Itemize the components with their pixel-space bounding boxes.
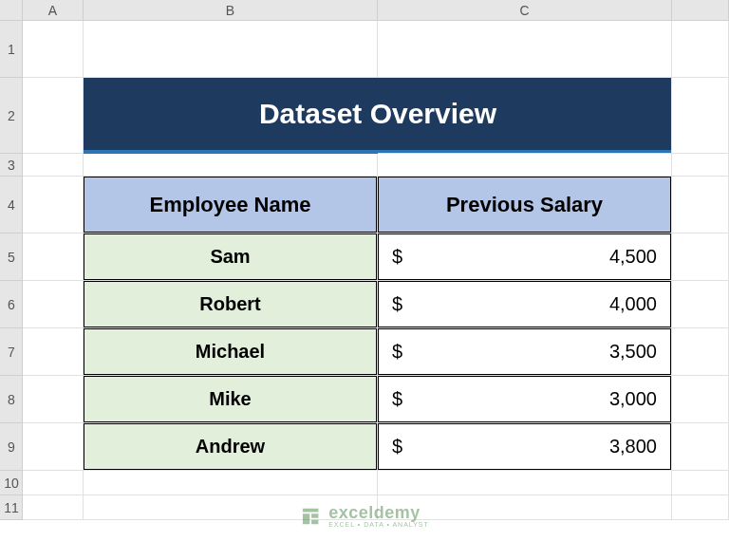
cell-c2[interactable] xyxy=(378,78,672,154)
row-header-7[interactable]: 7 xyxy=(0,328,23,376)
cell-rest-5 xyxy=(672,233,729,281)
cell-c6[interactable]: $ 4,000 xyxy=(378,281,672,328)
row-header-2[interactable]: 2 xyxy=(0,78,23,154)
salary-cell: $ 3,500 xyxy=(378,328,671,375)
cell-b6[interactable]: Robert xyxy=(84,281,378,328)
cell-a3[interactable] xyxy=(23,154,84,177)
salary-amount: 4,000 xyxy=(609,293,657,315)
cell-rest-9 xyxy=(672,423,729,471)
cell-a11[interactable] xyxy=(23,495,84,520)
cell-b2[interactable]: Dataset Overview xyxy=(84,78,378,154)
cell-b4[interactable]: Employee Name xyxy=(84,177,378,233)
cell-a6[interactable] xyxy=(23,281,84,328)
row-header-10[interactable]: 10 xyxy=(0,471,23,495)
cell-rest-1 xyxy=(672,21,729,78)
row-header-1[interactable]: 1 xyxy=(0,21,23,78)
cell-c4[interactable]: Previous Salary xyxy=(378,177,672,233)
cell-a5[interactable] xyxy=(23,233,84,281)
cell-rest-7 xyxy=(672,328,729,376)
watermark: exceldemy EXCEL • DATA • ANALYST xyxy=(300,504,429,528)
row-headers: 1 2 3 4 5 6 7 8 9 10 11 xyxy=(0,21,23,520)
cell-b1[interactable] xyxy=(84,21,378,78)
row-header-6[interactable]: 6 xyxy=(0,281,23,328)
column-headers: A B C xyxy=(23,0,729,21)
cell-a9[interactable] xyxy=(23,423,84,471)
cell-a10[interactable] xyxy=(23,471,84,495)
cell-c8[interactable]: $ 3,000 xyxy=(378,376,672,423)
col-header-rest xyxy=(672,0,729,21)
employee-name: Robert xyxy=(84,281,377,327)
employee-name: Mike xyxy=(84,376,377,422)
cell-c9[interactable]: $ 3,800 xyxy=(378,423,672,471)
cell-b7[interactable]: Michael xyxy=(84,328,378,376)
watermark-subtext: EXCEL • DATA • ANALYST xyxy=(328,521,429,528)
employee-name: Sam xyxy=(84,233,377,280)
currency-symbol: $ xyxy=(392,436,402,457)
cell-b8[interactable]: Mike xyxy=(84,376,378,423)
row-header-9[interactable]: 9 xyxy=(0,423,23,471)
cell-c5[interactable]: $ 4,500 xyxy=(378,233,672,281)
col-header-c[interactable]: C xyxy=(378,0,672,21)
cell-b10[interactable] xyxy=(84,471,378,495)
employee-name: Michael xyxy=(84,328,377,375)
salary-cell: $ 4,500 xyxy=(378,233,671,280)
col-header-a[interactable]: A xyxy=(23,0,84,21)
table-header-name: Employee Name xyxy=(84,177,377,233)
salary-amount: 3,800 xyxy=(609,436,657,457)
grid-area: Dataset Overview Employee Name Previous … xyxy=(23,21,729,560)
table-header-salary: Previous Salary xyxy=(378,177,671,233)
cell-a1[interactable] xyxy=(23,21,84,78)
select-all-corner[interactable] xyxy=(0,0,23,21)
salary-cell: $ 3,800 xyxy=(378,423,671,470)
row-header-4[interactable]: 4 xyxy=(0,177,23,233)
cell-b5[interactable]: Sam xyxy=(84,233,378,281)
currency-symbol: $ xyxy=(392,388,402,410)
cell-rest-8 xyxy=(672,376,729,423)
salary-amount: 4,500 xyxy=(609,246,657,268)
cell-c1[interactable] xyxy=(378,21,672,78)
col-header-b[interactable]: B xyxy=(84,0,378,21)
salary-amount: 3,000 xyxy=(609,388,657,410)
salary-amount: 3,500 xyxy=(609,341,657,363)
cell-rest-2 xyxy=(672,78,729,154)
salary-cell: $ 3,000 xyxy=(378,376,671,422)
cell-rest-4 xyxy=(672,177,729,233)
row-header-5[interactable]: 5 xyxy=(0,233,23,281)
watermark-text: exceldemy xyxy=(328,504,429,521)
watermark-icon xyxy=(300,506,321,527)
currency-symbol: $ xyxy=(392,246,402,268)
cell-c10[interactable] xyxy=(378,471,672,495)
row-header-3[interactable]: 3 xyxy=(0,154,23,177)
spreadsheet: A B C 1 2 3 4 5 6 7 8 9 10 11 Dataset Ov… xyxy=(0,0,729,560)
cell-b9[interactable]: Andrew xyxy=(84,423,378,471)
cell-rest-3 xyxy=(672,154,729,177)
currency-symbol: $ xyxy=(392,293,402,315)
cell-c7[interactable]: $ 3,500 xyxy=(378,328,672,376)
cell-a8[interactable] xyxy=(23,376,84,423)
cell-rest-6 xyxy=(672,281,729,328)
cell-a7[interactable] xyxy=(23,328,84,376)
cell-c3[interactable] xyxy=(378,154,672,177)
row-header-8[interactable]: 8 xyxy=(0,376,23,423)
cell-rest-10 xyxy=(672,471,729,495)
employee-name: Andrew xyxy=(84,423,377,470)
cell-rest-11 xyxy=(672,495,729,520)
currency-symbol: $ xyxy=(392,341,402,363)
cell-a4[interactable] xyxy=(23,177,84,233)
cell-a2[interactable] xyxy=(23,78,84,154)
cell-b3[interactable] xyxy=(84,154,378,177)
salary-cell: $ 4,000 xyxy=(378,281,671,327)
row-header-11[interactable]: 11 xyxy=(0,495,23,520)
